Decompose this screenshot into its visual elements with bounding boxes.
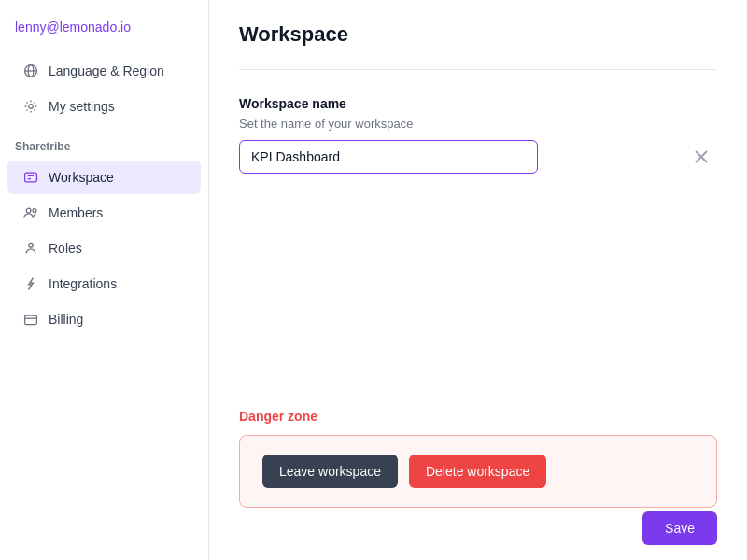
billing-label: Billing: [49, 312, 83, 327]
sidebar-item-members[interactable]: Members: [7, 196, 201, 230]
sidebar-user-section: lenny@lemonado.io: [0, 19, 208, 54]
user-email-link[interactable]: lenny@lemonado.io: [15, 20, 131, 35]
sidebar-item-workspace[interactable]: Workspace: [7, 161, 201, 194]
danger-zone-section: Danger zone Leave workspace Delete works…: [239, 409, 717, 508]
svg-rect-4: [25, 173, 37, 182]
sidebar-item-roles[interactable]: Roles: [7, 231, 201, 265]
workspace-name-input[interactable]: [239, 140, 538, 174]
svg-point-7: [26, 208, 31, 213]
page-title: Workspace: [239, 22, 717, 47]
gear-icon: [22, 98, 39, 115]
members-icon: [22, 204, 39, 221]
svg-rect-10: [25, 315, 37, 325]
svg-point-3: [29, 105, 33, 108]
workspace-label: Workspace: [49, 170, 114, 185]
roles-label: Roles: [49, 241, 82, 256]
main-content: Workspace Workspace name Set the name of…: [209, 0, 747, 560]
workspace-name-field: Workspace name Set the name of your work…: [239, 96, 717, 174]
workspace-name-hint: Set the name of your workspace: [239, 117, 717, 131]
workspace-icon: [22, 169, 39, 186]
sidebar-item-my-settings[interactable]: My settings: [7, 90, 201, 123]
sidebar-item-billing[interactable]: Billing: [7, 302, 201, 336]
svg-point-8: [33, 209, 36, 213]
svg-point-9: [29, 243, 34, 247]
danger-zone-box: Leave workspace Delete workspace: [239, 435, 717, 508]
workspace-name-input-wrapper: [239, 140, 717, 174]
sidebar-section-label: Sharetribe: [0, 125, 208, 161]
save-button-wrapper: Save: [642, 511, 717, 545]
language-region-label: Language & Region: [49, 63, 164, 78]
billing-icon: [22, 311, 39, 328]
sidebar: lenny@lemonado.io Language & Region My s…: [0, 0, 209, 560]
sidebar-item-integrations[interactable]: Integrations: [7, 267, 201, 301]
my-settings-label: My settings: [49, 99, 115, 114]
integrations-label: Integrations: [49, 276, 117, 291]
workspace-name-label: Workspace name: [239, 96, 717, 111]
workspace-name-clear-button[interactable]: [695, 150, 708, 163]
roles-icon: [22, 240, 39, 257]
divider: [239, 69, 717, 70]
zap-icon: [22, 275, 39, 292]
sidebar-item-language-region[interactable]: Language & Region: [7, 54, 201, 88]
members-label: Members: [49, 205, 103, 220]
delete-workspace-button[interactable]: Delete workspace: [409, 455, 546, 488]
danger-zone-label: Danger zone: [239, 409, 717, 424]
globe-icon: [22, 63, 39, 79]
leave-workspace-button[interactable]: Leave workspace: [262, 455, 398, 488]
save-button[interactable]: Save: [642, 511, 717, 545]
